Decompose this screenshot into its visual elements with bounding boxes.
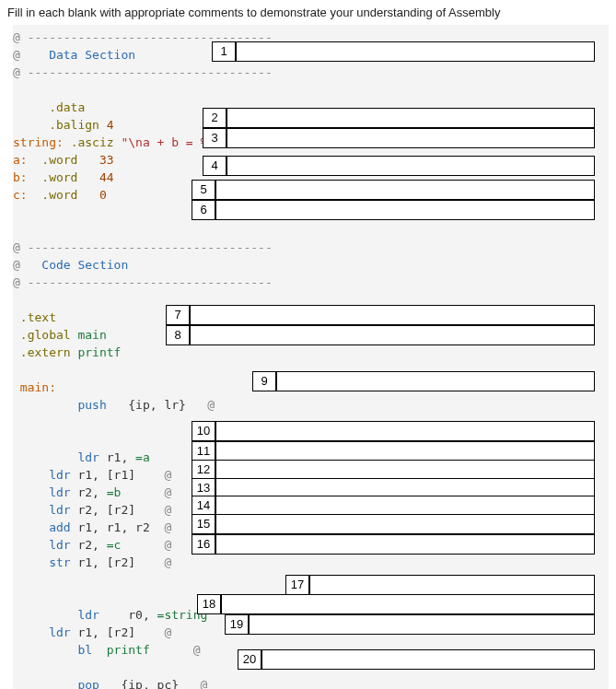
push-op: push bbox=[77, 398, 106, 412]
dashes: ---------------------------------- bbox=[28, 65, 273, 79]
instruction-text: Fill in each blank with appropriate comm… bbox=[0, 0, 616, 25]
code-section-label: Code Section bbox=[41, 258, 128, 272]
reg-r1: r1, bbox=[77, 555, 99, 569]
c-label: c: bbox=[13, 188, 28, 202]
blank-number-8: 8 bbox=[166, 325, 190, 345]
reg-r1: r1, bbox=[77, 625, 99, 639]
reg-r2: r2, bbox=[77, 538, 99, 552]
r2-bracket: [r2] bbox=[107, 503, 135, 517]
global-directive: .global bbox=[20, 328, 71, 342]
blank-number-1: 1 bbox=[212, 41, 236, 62]
ldr-op: ldr bbox=[49, 468, 70, 482]
blank-input-4[interactable] bbox=[227, 156, 595, 176]
blank-number-7: 7 bbox=[166, 305, 190, 325]
blank-input-7[interactable] bbox=[190, 305, 595, 325]
blank-number-14: 14 bbox=[192, 496, 215, 516]
word-directive: .word bbox=[41, 153, 77, 167]
r2-bracket: [r2] bbox=[107, 625, 135, 639]
main-identifier: main bbox=[77, 328, 106, 342]
ldr-op: ldr bbox=[49, 485, 70, 499]
blank-number-18: 18 bbox=[197, 594, 221, 614]
eq-c: =c bbox=[107, 538, 122, 552]
value-0: 0 bbox=[99, 188, 107, 202]
blank-number-11: 11 bbox=[192, 441, 215, 461]
data-directive: .data bbox=[49, 100, 85, 114]
pop-op: pop bbox=[77, 678, 99, 689]
blank-number-10: 10 bbox=[192, 421, 215, 441]
a-label: a: bbox=[13, 153, 28, 167]
extern-directive: .extern bbox=[20, 345, 71, 359]
blank-input-12[interactable] bbox=[215, 460, 595, 480]
blank-input-3[interactable] bbox=[227, 128, 595, 148]
ldr-op: ldr bbox=[49, 503, 70, 517]
data-section-label: Data Section bbox=[49, 48, 135, 62]
blank-number-20: 20 bbox=[238, 649, 262, 670]
reg-r1: r1, bbox=[107, 450, 128, 464]
at-symbol: @ bbox=[201, 678, 208, 689]
blank-input-10[interactable] bbox=[215, 421, 595, 441]
eq-b: =b bbox=[107, 485, 122, 499]
blank-number-2: 2 bbox=[203, 108, 227, 128]
at-symbol: @ bbox=[13, 258, 41, 272]
balign-value: 4 bbox=[107, 118, 114, 132]
at-symbol: @ bbox=[164, 468, 171, 482]
at-symbol: @ bbox=[13, 240, 28, 254]
at-symbol: @ bbox=[164, 503, 171, 517]
ldr-op: ldr bbox=[49, 625, 70, 639]
balign-directive: .balign bbox=[49, 118, 99, 132]
blank-number-9: 9 bbox=[252, 371, 276, 391]
eq-a: =a bbox=[135, 450, 150, 464]
at-symbol: @ bbox=[13, 30, 28, 44]
reg-r0: r0, bbox=[128, 608, 149, 622]
at-symbol: @ bbox=[13, 48, 49, 62]
blank-number-17: 17 bbox=[285, 575, 309, 595]
blank-number-15: 15 bbox=[192, 514, 215, 534]
main-label: main: bbox=[20, 380, 56, 394]
bl-op: bl bbox=[77, 643, 92, 657]
blank-number-12: 12 bbox=[192, 460, 215, 480]
blank-input-14[interactable] bbox=[215, 496, 595, 516]
ldr-op: ldr bbox=[77, 608, 99, 622]
at-symbol: @ bbox=[164, 485, 171, 499]
blank-input-20[interactable] bbox=[262, 649, 595, 670]
blank-input-1[interactable] bbox=[236, 41, 595, 62]
b-label: b: bbox=[13, 170, 28, 184]
word-directive: .word bbox=[41, 188, 77, 202]
at-symbol: @ bbox=[193, 643, 201, 657]
reg-r1: r1, bbox=[77, 468, 99, 482]
r2-bracket: [r2] bbox=[107, 555, 135, 569]
at-symbol: @ bbox=[164, 555, 171, 569]
blank-input-5[interactable] bbox=[215, 180, 595, 200]
value-33: 33 bbox=[99, 153, 114, 167]
pop-args: {ip, pc} bbox=[121, 678, 179, 689]
at-symbol: @ bbox=[164, 520, 171, 534]
at-symbol: @ bbox=[164, 625, 171, 639]
blank-input-17[interactable] bbox=[309, 575, 595, 595]
add-op: add bbox=[49, 520, 70, 534]
blank-input-18[interactable] bbox=[221, 594, 595, 614]
blank-number-6: 6 bbox=[192, 200, 215, 220]
string-label: string: bbox=[13, 135, 64, 149]
at-symbol: @ bbox=[164, 538, 171, 552]
printf-call: printf bbox=[107, 643, 150, 657]
blank-input-19[interactable] bbox=[249, 614, 595, 635]
word-directive: .word bbox=[41, 170, 77, 184]
ldr-op: ldr bbox=[49, 538, 70, 552]
code-block: @ ---------------------------------- @ D… bbox=[13, 25, 609, 689]
at-symbol: @ bbox=[13, 275, 28, 289]
reg-r2: r2, bbox=[77, 485, 99, 499]
add-args: r1, r1, r2 bbox=[77, 520, 149, 534]
dashes: ---------------------------------- bbox=[28, 240, 273, 254]
text-directive: .text bbox=[20, 310, 56, 324]
blank-input-9[interactable] bbox=[276, 371, 595, 391]
asciz-directive: .asciz bbox=[71, 135, 114, 149]
blank-input-11[interactable] bbox=[215, 441, 595, 461]
blank-input-16[interactable] bbox=[215, 534, 595, 555]
blank-input-2[interactable] bbox=[227, 108, 595, 128]
blank-number-5: 5 bbox=[192, 180, 215, 200]
ldr-op: ldr bbox=[77, 450, 99, 464]
r1-bracket: [r1] bbox=[107, 468, 135, 482]
blank-input-8[interactable] bbox=[190, 325, 595, 345]
blank-input-15[interactable] bbox=[215, 514, 595, 534]
blank-input-6[interactable] bbox=[215, 200, 595, 220]
